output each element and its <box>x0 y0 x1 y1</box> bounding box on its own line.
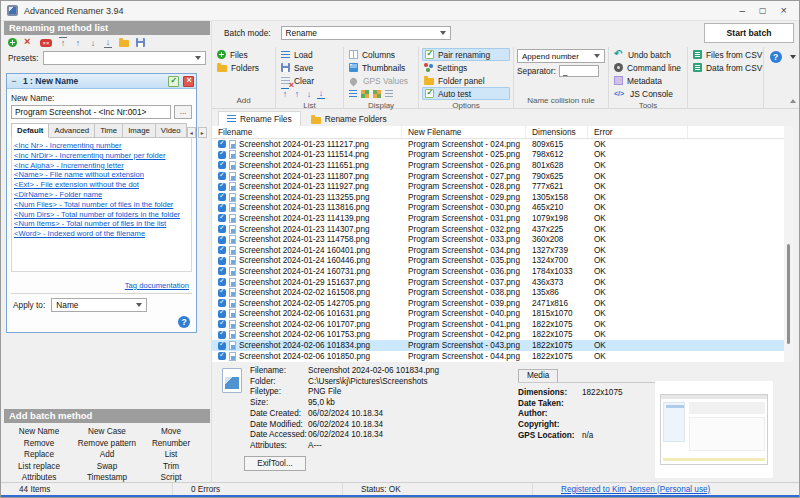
row-checkbox-icon[interactable] <box>218 267 226 275</box>
row-checkbox-icon[interactable] <box>218 246 226 254</box>
batch-method-link[interactable]: Replace <box>6 450 72 460</box>
list-clear-button[interactable]: Clear <box>279 74 340 87</box>
move-bottom-icon[interactable] <box>104 37 112 48</box>
table-row[interactable]: Screenshot 2024-01-24 160401.png Program… <box>212 245 793 256</box>
maximize-icon[interactable] <box>759 3 767 18</box>
add-files-button[interactable]: Files <box>215 48 272 61</box>
column-dimensions[interactable]: Dimensions <box>526 126 588 138</box>
exiftool-button[interactable]: ExifTool... <box>244 456 306 471</box>
tag-link[interactable]: <Num Dirs> - Total number of folders in … <box>14 210 189 220</box>
row-checkbox-icon[interactable] <box>218 320 226 328</box>
media-tab[interactable]: Media <box>518 369 558 382</box>
table-row[interactable]: Screenshot 2024-01-23 113255.png Program… <box>212 192 793 203</box>
tag-link[interactable]: <Name> - File name without extension <box>14 170 189 180</box>
batch-method-link[interactable]: Renumber <box>142 439 200 449</box>
batch-method-link[interactable]: Trim <box>142 462 200 472</box>
tab-image[interactable]: Image <box>123 123 156 138</box>
scrollbar-thumb[interactable] <box>787 244 790 344</box>
tab-advanced[interactable]: Advanced <box>49 123 95 138</box>
table-row[interactable]: Screenshot 2024-02-06 101707.png Program… <box>212 319 793 330</box>
tab-default[interactable]: Default <box>11 123 49 138</box>
table-row[interactable]: Screenshot 2024-01-29 151637.png Program… <box>212 277 793 288</box>
remove-method-icon[interactable] <box>24 38 33 47</box>
help-menu-caret-icon[interactable] <box>790 55 796 59</box>
separator-input[interactable] <box>559 65 599 77</box>
tabs-scroll-right-icon[interactable]: ▸ <box>198 127 207 138</box>
columns-button[interactable]: Columns <box>347 48 415 61</box>
batch-method-link[interactable]: Remove <box>6 439 72 449</box>
tag-link[interactable]: <Inc Nr> - Incrementing number <box>14 141 189 151</box>
batch-method-link[interactable]: Remove pattern <box>72 439 142 449</box>
view-list-icon[interactable] <box>385 90 393 98</box>
row-checkbox-icon[interactable] <box>218 172 226 180</box>
tag-documentation-link[interactable]: Tag documentation <box>125 281 189 290</box>
batch-mode-select[interactable]: Rename <box>281 26 451 40</box>
remove-all-methods-icon[interactable] <box>40 39 52 47</box>
sort-up-icon[interactable] <box>293 89 301 99</box>
table-row[interactable]: Screenshot 2024-01-24 160446.png Program… <box>212 256 793 267</box>
move-down-icon[interactable] <box>89 38 97 48</box>
js-console-button[interactable]: JS Console <box>612 87 684 100</box>
sort-top-icon[interactable] <box>281 88 289 99</box>
help-icon[interactable] <box>770 51 782 63</box>
tab-rename-files[interactable]: Rename Files <box>218 111 301 126</box>
folder-panel-button[interactable]: Folder panel <box>422 74 510 87</box>
method-enabled-checkbox[interactable] <box>168 76 179 87</box>
method-help-icon[interactable] <box>178 316 190 328</box>
view-tiles-icon[interactable] <box>361 90 369 98</box>
row-checkbox-icon[interactable] <box>218 151 226 159</box>
gps-values-button[interactable]: GPS Values <box>347 74 415 87</box>
row-checkbox-icon[interactable] <box>218 342 226 350</box>
table-row[interactable]: Screenshot 2024-01-23 114139.png Program… <box>212 213 793 224</box>
close-icon[interactable] <box>781 3 787 18</box>
table-row[interactable]: Screenshot 2024-01-23 111927.png Program… <box>212 181 793 192</box>
table-row[interactable]: Screenshot 2024-01-23 113816.png Program… <box>212 203 793 214</box>
column-filename[interactable]: Filename <box>212 126 402 138</box>
method-close-icon[interactable] <box>183 76 194 87</box>
row-checkbox-icon[interactable] <box>218 352 226 360</box>
command-line-button[interactable]: Command line <box>612 61 684 74</box>
collision-rule-select[interactable]: Append number <box>517 49 605 63</box>
batch-method-link[interactable]: List replace <box>6 462 72 472</box>
auto-test-toggle[interactable]: Auto test <box>422 87 510 100</box>
tag-link[interactable]: <DirName> - Folder name <box>14 190 189 200</box>
row-checkbox-icon[interactable] <box>218 331 226 339</box>
metadata-button[interactable]: Metadata <box>612 74 684 87</box>
apply-to-select[interactable]: Name <box>51 298 147 312</box>
row-checkbox-icon[interactable] <box>218 140 226 148</box>
tag-link[interactable]: <Num Files> - Total number of files in t… <box>14 200 189 210</box>
tag-link[interactable]: <Ext> - File extension without the dot <box>14 180 189 190</box>
table-row[interactable]: Screenshot 2024-02-06 101753.png Program… <box>212 330 793 341</box>
table-row[interactable]: Screenshot 2024-02-06 101834.png Program… <box>212 340 793 351</box>
browse-button[interactable]: ... <box>174 105 192 119</box>
ribbon-collapse-icon[interactable] <box>790 99 796 103</box>
table-row[interactable]: Screenshot 2024-02-02 161508.png Program… <box>212 287 793 298</box>
table-row[interactable]: Screenshot 2024-01-23 111217.png Program… <box>212 139 793 150</box>
add-folders-button[interactable]: Folders <box>215 61 272 74</box>
data-from-csv-button[interactable]: Data from CSV <box>691 61 760 74</box>
row-checkbox-icon[interactable] <box>218 225 226 233</box>
list-load-button[interactable]: Load <box>279 48 340 61</box>
row-checkbox-icon[interactable] <box>218 278 226 286</box>
sort-down-icon[interactable] <box>305 89 313 99</box>
batch-method-link[interactable]: New Case <box>72 427 142 437</box>
add-method-icon[interactable] <box>8 38 17 47</box>
batch-method-link[interactable]: Add <box>72 450 142 460</box>
row-checkbox-icon[interactable] <box>218 204 226 212</box>
tag-link[interactable]: <Word> - Indexed word of the filename <box>14 229 189 239</box>
move-top-icon[interactable] <box>59 37 67 48</box>
move-up-icon[interactable] <box>74 38 82 48</box>
view-detail-icon[interactable] <box>349 90 357 98</box>
tag-link[interactable]: <Num Items> - Total number of files in t… <box>14 219 189 229</box>
save-preset-icon[interactable] <box>136 38 145 47</box>
files-from-csv-button[interactable]: Files from CSV <box>691 48 760 61</box>
batch-method-link[interactable]: List <box>142 450 200 460</box>
tab-video[interactable]: Video <box>156 123 187 138</box>
collapse-method-icon[interactable] <box>9 76 19 86</box>
undo-batch-button[interactable]: Undo batch <box>612 48 684 61</box>
row-checkbox-icon[interactable] <box>218 183 226 191</box>
list-save-button[interactable]: Save <box>279 61 340 74</box>
thumbnails-button[interactable]: Thumbnails <box>347 61 415 74</box>
batch-method-link[interactable]: Swap <box>72 462 142 472</box>
start-batch-button[interactable]: Start batch <box>704 23 794 43</box>
